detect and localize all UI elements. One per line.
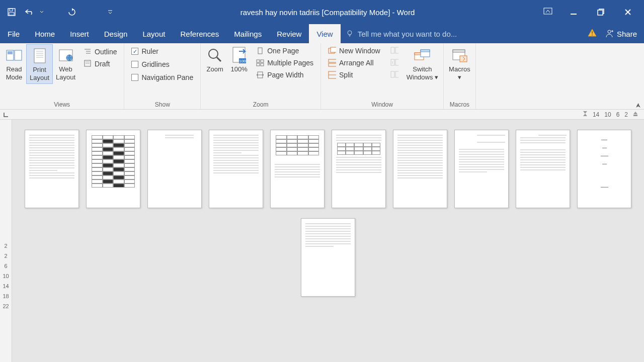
tab-insert[interactable]: Insert	[62, 24, 97, 43]
undo-icon[interactable]	[25, 8, 34, 17]
page-thumbnail[interactable]	[209, 130, 263, 208]
svg-rect-2	[9, 13, 14, 15]
svg-rect-20	[34, 49, 45, 63]
page-thumbnail[interactable]: ━━━━━━━━━━━━━━━━━━━━	[577, 130, 631, 208]
svg-rect-41	[261, 60, 264, 62]
warning-icon[interactable]	[588, 29, 597, 39]
redo-icon[interactable]	[67, 8, 76, 17]
svg-rect-64	[453, 50, 465, 52]
qat-customize-icon[interactable]	[106, 8, 115, 17]
tab-review[interactable]: Review	[269, 24, 309, 43]
svg-rect-62	[421, 50, 430, 52]
horizontal-ruler: 14 10 6 2	[0, 110, 644, 120]
page-thumbnail[interactable]	[86, 130, 140, 208]
page-width-button[interactable]: Page Width	[253, 69, 316, 80]
macros-button[interactable]: Macros▾	[446, 44, 473, 83]
page-thumbnail[interactable]	[332, 130, 386, 208]
svg-point-13	[592, 35, 593, 36]
svg-rect-6	[598, 10, 603, 15]
checkbox-icon	[131, 61, 138, 68]
page-thumbnail[interactable]	[516, 130, 570, 208]
page-thumbnail[interactable]	[147, 130, 202, 208]
save-icon[interactable]	[7, 8, 16, 17]
svg-rect-19	[8, 51, 13, 54]
chevron-down-icon: ▾	[435, 73, 438, 81]
indent-marker-icon[interactable]	[633, 110, 638, 119]
restore-icon[interactable]	[595, 6, 607, 18]
arrange-all-icon	[328, 59, 336, 67]
page-thumbnails[interactable]: ━━━━━━━━━━━━━━━━━━━━	[12, 120, 644, 362]
zoom-100-button[interactable]: 100 100%	[227, 44, 251, 75]
outline-button[interactable]: Outline	[80, 46, 120, 57]
switch-windows-button[interactable]: Switch Windows ▾	[404, 44, 441, 83]
macros-icon	[450, 46, 468, 64]
ribbon-group-zoom: Zoom 100 100% One Page Multiple Pages Pa…	[201, 43, 321, 109]
undo-dropdown-icon[interactable]	[37, 8, 46, 17]
collapse-ribbon-icon[interactable]: ⮝	[636, 103, 641, 108]
document-area: 2 2 6 10 14 18 22 ━━━━━━━━━━━━━━━━━━━━	[0, 120, 644, 362]
tab-layout[interactable]: Layout	[135, 24, 173, 43]
split-button[interactable]: Split	[325, 69, 383, 80]
ribbon-group-views: Read Mode Print Layout Web Layout Outlin…	[0, 43, 124, 109]
gridlines-checkbox[interactable]: Gridlines	[128, 58, 196, 70]
switch-windows-icon	[413, 46, 431, 64]
ruler-checkbox[interactable]: Ruler	[128, 45, 196, 57]
navigation-pane-checkbox[interactable]: Navigation Pane	[128, 71, 196, 83]
display-options-icon[interactable]	[543, 8, 552, 17]
zoom-button[interactable]: Zoom	[203, 44, 227, 75]
svg-rect-42	[257, 63, 260, 66]
draft-icon	[84, 60, 92, 68]
checkbox-icon	[131, 74, 138, 81]
ribbon: Read Mode Print Layout Web Layout Outlin…	[0, 43, 644, 110]
share-button[interactable]: Share	[605, 29, 637, 38]
window-title: ravesh hay novin tadriis [Compatibility …	[122, 8, 533, 17]
svg-rect-57	[391, 71, 394, 77]
svg-rect-58	[395, 71, 398, 77]
indent-marker-icon[interactable]	[583, 111, 588, 118]
page-thumbnail[interactable]	[270, 130, 325, 208]
page-thumbnail[interactable]	[393, 130, 447, 208]
reset-window-button	[387, 69, 401, 80]
tab-selector-icon[interactable]	[0, 110, 12, 119]
print-layout-button[interactable]: Print Layout	[26, 44, 53, 84]
tab-references[interactable]: References	[173, 24, 226, 43]
draft-button[interactable]: Draft	[80, 58, 120, 69]
svg-point-34	[209, 49, 218, 58]
svg-rect-66	[633, 115, 637, 116]
zoom-icon	[206, 46, 224, 64]
multiple-pages-button[interactable]: Multiple Pages	[253, 57, 316, 68]
new-window-button[interactable]: New Window	[325, 45, 383, 56]
tab-mailings[interactable]: Mailings	[226, 24, 269, 43]
multiple-pages-icon	[256, 59, 264, 67]
menu-bar: File Home Insert Design Layout Reference…	[0, 24, 644, 43]
split-icon	[328, 71, 336, 79]
web-layout-icon	[57, 46, 75, 64]
print-layout-icon	[31, 47, 49, 65]
close-icon[interactable]	[622, 6, 634, 18]
tell-me-search[interactable]: Tell me what you want to do...	[341, 24, 581, 43]
ribbon-group-macros: Macros▾ Macros	[444, 43, 476, 109]
ribbon-group-show: Ruler Gridlines Navigation Pane Show	[124, 43, 201, 109]
page-thumbnail[interactable]	[454, 130, 509, 208]
tab-file[interactable]: File	[0, 24, 27, 43]
one-page-button[interactable]: One Page	[253, 45, 316, 56]
web-layout-button[interactable]: Web Layout	[53, 44, 78, 83]
tab-view[interactable]: View	[309, 24, 340, 43]
quick-access-toolbar	[0, 8, 122, 17]
read-mode-icon	[5, 46, 23, 64]
svg-rect-47	[331, 47, 336, 52]
vertical-ruler: 2 2 6 10 14 18 22	[0, 120, 12, 362]
title-bar-controls	[533, 6, 644, 18]
arrange-all-button[interactable]: Arrange All	[325, 57, 383, 68]
read-mode-button[interactable]: Read Mode	[2, 44, 26, 83]
page-thumbnail[interactable]	[301, 218, 355, 297]
page-thumbnail[interactable]	[25, 130, 79, 208]
svg-rect-39	[258, 48, 262, 54]
one-page-icon	[256, 47, 264, 55]
svg-rect-40	[257, 60, 260, 62]
svg-rect-1	[10, 9, 13, 11]
lightbulb-icon	[346, 30, 354, 38]
tab-design[interactable]: Design	[97, 24, 135, 43]
tab-home[interactable]: Home	[27, 24, 62, 43]
minimize-icon[interactable]	[568, 6, 580, 18]
